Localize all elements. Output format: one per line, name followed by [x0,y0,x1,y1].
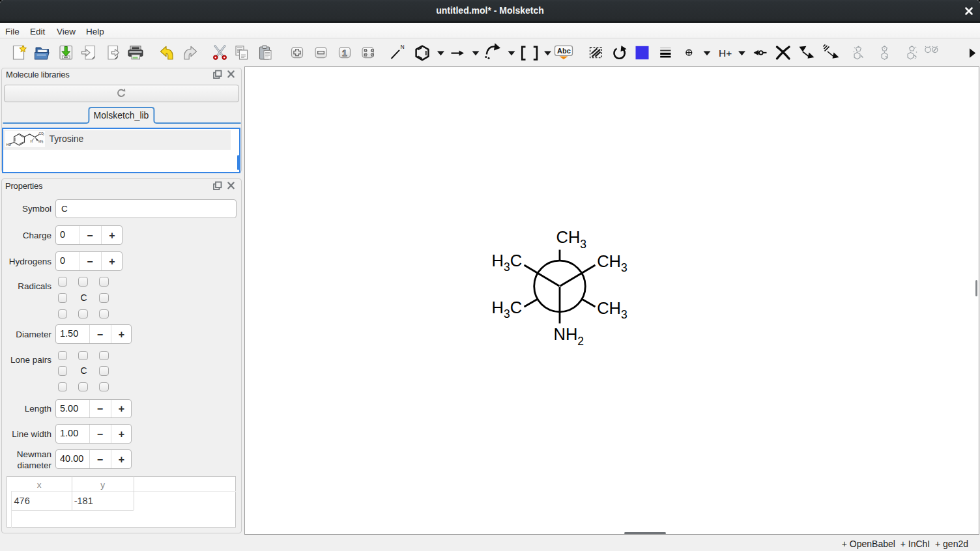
svg-text:CH3: CH3 [556,228,587,251]
svg-text:NH2: NH2 [554,325,584,348]
svg-text:H3C: H3C [492,298,523,321]
svg-text:H3C: H3C [492,251,523,274]
svg-text:CH3: CH3 [597,252,627,275]
svg-text:CH3: CH3 [597,299,627,322]
